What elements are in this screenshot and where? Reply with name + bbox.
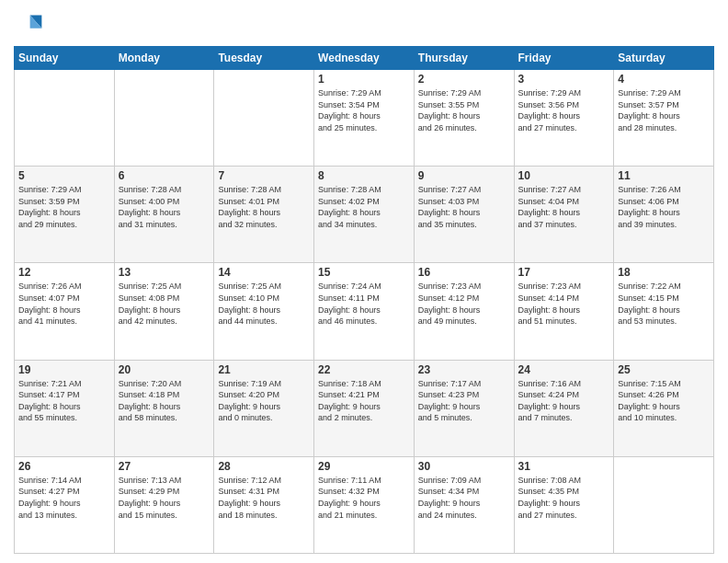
day-info: Sunrise: 7:29 AM Sunset: 3:56 PM Dayligh… (518, 87, 610, 133)
day-info: Sunrise: 7:20 AM Sunset: 4:18 PM Dayligh… (119, 378, 210, 424)
calendar-cell (114, 70, 214, 167)
col-header-sunday: Sunday (15, 47, 115, 70)
day-info: Sunrise: 7:28 AM Sunset: 4:01 PM Dayligh… (218, 184, 310, 230)
day-info: Sunrise: 7:25 AM Sunset: 4:08 PM Dayligh… (119, 281, 210, 327)
col-header-thursday: Thursday (414, 47, 514, 70)
calendar-cell: 11Sunrise: 7:26 AM Sunset: 4:06 PM Dayli… (614, 167, 714, 263)
day-number: 15 (318, 266, 410, 279)
col-header-wednesday: Wednesday (314, 47, 415, 70)
day-number: 16 (418, 266, 510, 279)
calendar-cell: 4Sunrise: 7:29 AM Sunset: 3:57 PM Daylig… (614, 70, 714, 167)
day-number: 6 (119, 169, 210, 182)
day-number: 3 (518, 73, 610, 86)
day-number: 4 (618, 73, 710, 86)
day-info: Sunrise: 7:25 AM Sunset: 4:10 PM Dayligh… (218, 281, 310, 327)
day-number: 14 (218, 266, 310, 279)
calendar-header-row: SundayMondayTuesdayWednesdayThursdayFrid… (15, 47, 714, 70)
day-number: 7 (218, 169, 310, 182)
day-number: 27 (119, 460, 210, 473)
logo (14, 9, 47, 39)
day-info: Sunrise: 7:26 AM Sunset: 4:07 PM Dayligh… (18, 281, 110, 327)
calendar-cell: 12Sunrise: 7:26 AM Sunset: 4:07 PM Dayli… (15, 263, 115, 360)
calendar-cell: 9Sunrise: 7:27 AM Sunset: 4:03 PM Daylig… (414, 167, 514, 263)
day-number: 10 (518, 169, 610, 182)
calendar-cell: 20Sunrise: 7:20 AM Sunset: 4:18 PM Dayli… (114, 360, 214, 456)
calendar-cell: 10Sunrise: 7:27 AM Sunset: 4:04 PM Dayli… (514, 167, 614, 263)
day-number: 13 (119, 266, 210, 279)
day-number: 8 (318, 169, 410, 182)
day-info: Sunrise: 7:16 AM Sunset: 4:24 PM Dayligh… (518, 378, 610, 424)
calendar-cell: 8Sunrise: 7:28 AM Sunset: 4:02 PM Daylig… (314, 167, 415, 263)
col-header-tuesday: Tuesday (214, 47, 314, 70)
day-number: 5 (18, 169, 110, 182)
day-info: Sunrise: 7:14 AM Sunset: 4:27 PM Dayligh… (18, 475, 110, 521)
calendar-cell: 31Sunrise: 7:08 AM Sunset: 4:35 PM Dayli… (514, 456, 614, 553)
day-number: 29 (318, 460, 410, 473)
calendar-cell: 19Sunrise: 7:21 AM Sunset: 4:17 PM Dayli… (15, 360, 115, 456)
calendar-week-2: 12Sunrise: 7:26 AM Sunset: 4:07 PM Dayli… (15, 263, 714, 360)
calendar-cell: 13Sunrise: 7:25 AM Sunset: 4:08 PM Dayli… (114, 263, 214, 360)
calendar-week-4: 26Sunrise: 7:14 AM Sunset: 4:27 PM Dayli… (15, 456, 714, 553)
calendar-cell: 6Sunrise: 7:28 AM Sunset: 4:00 PM Daylig… (114, 167, 214, 263)
day-number: 1 (318, 73, 410, 86)
day-info: Sunrise: 7:29 AM Sunset: 3:59 PM Dayligh… (18, 184, 110, 230)
day-info: Sunrise: 7:24 AM Sunset: 4:11 PM Dayligh… (318, 281, 410, 327)
day-number: 18 (618, 266, 710, 279)
calendar-cell: 28Sunrise: 7:12 AM Sunset: 4:31 PM Dayli… (214, 456, 314, 553)
calendar-week-1: 5Sunrise: 7:29 AM Sunset: 3:59 PM Daylig… (15, 167, 714, 263)
day-number: 12 (18, 266, 110, 279)
day-info: Sunrise: 7:19 AM Sunset: 4:20 PM Dayligh… (218, 378, 310, 424)
day-info: Sunrise: 7:15 AM Sunset: 4:26 PM Dayligh… (618, 378, 710, 424)
day-number: 30 (418, 460, 510, 473)
calendar-cell: 23Sunrise: 7:17 AM Sunset: 4:23 PM Dayli… (414, 360, 514, 456)
col-header-monday: Monday (114, 47, 214, 70)
calendar-cell: 17Sunrise: 7:23 AM Sunset: 4:14 PM Dayli… (514, 263, 614, 360)
calendar-cell: 16Sunrise: 7:23 AM Sunset: 4:12 PM Dayli… (414, 263, 514, 360)
col-header-saturday: Saturday (614, 47, 714, 70)
day-number: 26 (18, 460, 110, 473)
day-number: 23 (418, 363, 510, 376)
calendar-cell (214, 70, 314, 167)
calendar-table: SundayMondayTuesdayWednesdayThursdayFrid… (14, 46, 714, 554)
header (14, 9, 714, 39)
day-number: 24 (518, 363, 610, 376)
day-info: Sunrise: 7:23 AM Sunset: 4:14 PM Dayligh… (518, 281, 610, 327)
day-info: Sunrise: 7:17 AM Sunset: 4:23 PM Dayligh… (418, 378, 510, 424)
day-info: Sunrise: 7:26 AM Sunset: 4:06 PM Dayligh… (618, 184, 710, 230)
calendar-cell: 14Sunrise: 7:25 AM Sunset: 4:10 PM Dayli… (214, 263, 314, 360)
calendar-cell: 1Sunrise: 7:29 AM Sunset: 3:54 PM Daylig… (314, 70, 415, 167)
day-number: 21 (218, 363, 310, 376)
day-info: Sunrise: 7:11 AM Sunset: 4:32 PM Dayligh… (318, 475, 410, 521)
calendar-cell: 3Sunrise: 7:29 AM Sunset: 3:56 PM Daylig… (514, 70, 614, 167)
day-info: Sunrise: 7:08 AM Sunset: 4:35 PM Dayligh… (518, 475, 610, 521)
day-info: Sunrise: 7:28 AM Sunset: 4:02 PM Dayligh… (318, 184, 410, 230)
day-number: 28 (218, 460, 310, 473)
day-number: 25 (618, 363, 710, 376)
calendar-cell: 24Sunrise: 7:16 AM Sunset: 4:24 PM Dayli… (514, 360, 614, 456)
day-number: 9 (418, 169, 510, 182)
col-header-friday: Friday (514, 47, 614, 70)
day-info: Sunrise: 7:23 AM Sunset: 4:12 PM Dayligh… (418, 281, 510, 327)
day-info: Sunrise: 7:12 AM Sunset: 4:31 PM Dayligh… (218, 475, 310, 521)
day-info: Sunrise: 7:27 AM Sunset: 4:04 PM Dayligh… (518, 184, 610, 230)
day-number: 22 (318, 363, 410, 376)
day-info: Sunrise: 7:09 AM Sunset: 4:34 PM Dayligh… (418, 475, 510, 521)
day-info: Sunrise: 7:21 AM Sunset: 4:17 PM Dayligh… (18, 378, 110, 424)
calendar-cell: 29Sunrise: 7:11 AM Sunset: 4:32 PM Dayli… (314, 456, 415, 553)
day-number: 17 (518, 266, 610, 279)
calendar-cell (15, 70, 115, 167)
calendar-cell: 27Sunrise: 7:13 AM Sunset: 4:29 PM Dayli… (114, 456, 214, 553)
calendar-cell (614, 456, 714, 553)
calendar-cell: 26Sunrise: 7:14 AM Sunset: 4:27 PM Dayli… (15, 456, 115, 553)
day-info: Sunrise: 7:13 AM Sunset: 4:29 PM Dayligh… (119, 475, 210, 521)
page: SundayMondayTuesdayWednesdayThursdayFrid… (0, 0, 728, 563)
calendar-cell: 22Sunrise: 7:18 AM Sunset: 4:21 PM Dayli… (314, 360, 415, 456)
day-number: 19 (18, 363, 110, 376)
calendar-week-0: 1Sunrise: 7:29 AM Sunset: 3:54 PM Daylig… (15, 70, 714, 167)
calendar-cell: 21Sunrise: 7:19 AM Sunset: 4:20 PM Dayli… (214, 360, 314, 456)
calendar-cell: 7Sunrise: 7:28 AM Sunset: 4:01 PM Daylig… (214, 167, 314, 263)
day-info: Sunrise: 7:29 AM Sunset: 3:55 PM Dayligh… (418, 87, 510, 133)
day-number: 11 (618, 169, 710, 182)
day-number: 31 (518, 460, 610, 473)
calendar-cell: 15Sunrise: 7:24 AM Sunset: 4:11 PM Dayli… (314, 263, 415, 360)
